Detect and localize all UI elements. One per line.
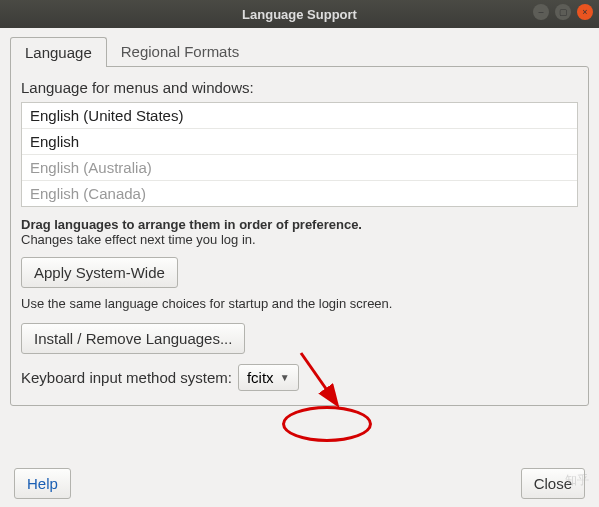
help-button[interactable]: Help	[14, 468, 71, 499]
list-item[interactable]: English (United States)	[22, 103, 577, 129]
apply-hint: Use the same language choices for startu…	[21, 296, 578, 311]
install-remove-languages-button[interactable]: Install / Remove Languages...	[21, 323, 245, 354]
close-button[interactable]: Close	[521, 468, 585, 499]
list-item[interactable]: English (Canada)	[22, 181, 577, 206]
window-title: Language Support	[242, 7, 357, 22]
titlebar: Language Support – ▢ ×	[0, 0, 599, 28]
drag-hint-bold: Drag languages to arrange them in order …	[21, 217, 578, 232]
tab-language[interactable]: Language	[10, 37, 107, 67]
tab-panel-language: Language for menus and windows: English …	[10, 66, 589, 406]
input-method-selected: fcitx	[247, 369, 274, 386]
tab-bar: Language Regional Formats	[10, 36, 589, 66]
chevron-down-icon: ▼	[280, 372, 290, 383]
minimize-icon[interactable]: –	[533, 4, 549, 20]
maximize-icon[interactable]: ▢	[555, 4, 571, 20]
list-item[interactable]: English (Australia)	[22, 155, 577, 181]
input-method-dropdown[interactable]: fcitx ▼	[238, 364, 299, 391]
dialog-footer: Help Close	[10, 458, 589, 499]
apply-system-wide-button[interactable]: Apply System-Wide	[21, 257, 178, 288]
drag-hint-sub: Changes take effect next time you log in…	[21, 232, 578, 247]
input-method-row: Keyboard input method system: fcitx ▼	[21, 364, 578, 391]
content-area: Language Regional Formats Language for m…	[0, 28, 599, 507]
language-list[interactable]: English (United States) English English …	[21, 102, 578, 207]
window-controls: – ▢ ×	[533, 4, 593, 20]
list-item[interactable]: English	[22, 129, 577, 155]
input-method-label: Keyboard input method system:	[21, 369, 232, 386]
language-list-label: Language for menus and windows:	[21, 79, 578, 96]
tab-regional-formats[interactable]: Regional Formats	[107, 37, 253, 67]
close-icon[interactable]: ×	[577, 4, 593, 20]
